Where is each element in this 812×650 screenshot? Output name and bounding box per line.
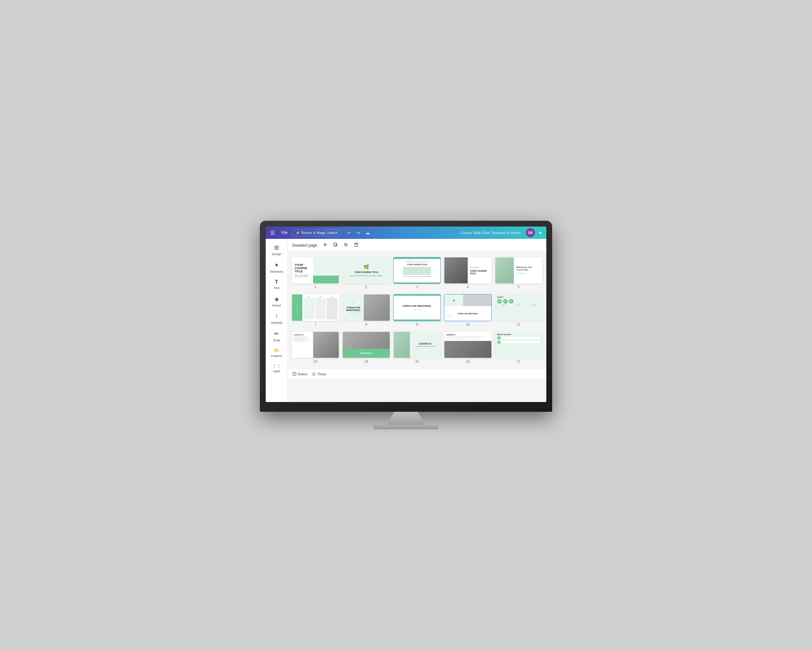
- slide-item-5[interactable]: Welcome to Your Course Title Signature 5: [495, 257, 542, 289]
- timer-button[interactable]: Timer: [312, 372, 327, 376]
- slide-thumb-9: 📱 " STRIVE FOR GREATNESS. Laken Jones: [444, 294, 491, 321]
- slide-inner-4: Welcome, YOUR COURSE TITLE: [444, 257, 491, 283]
- svg-rect-9: [293, 372, 296, 376]
- redo-button[interactable]: ↪: [355, 229, 362, 236]
- slide-thumb-4: Welcome, YOUR COURSE TITLE: [444, 257, 491, 284]
- s13-line-2: [294, 338, 306, 339]
- slide-number-13: 15: [415, 360, 419, 363]
- user-avatar[interactable]: DB: [526, 228, 535, 237]
- slide-item-12[interactable]: Lesson #1 14: [342, 332, 390, 363]
- slide-item-2[interactable]: 🌿 YOUR COURSE TITLE HERE IS YOUR SUBTITL…: [342, 257, 390, 289]
- undo-button[interactable]: ↩: [346, 229, 353, 236]
- slide-inner-7: " STRIVE FOR GREATNESS. Laken Jones: [343, 294, 389, 320]
- slide-item-8[interactable]: STRIVE FOR GREATNESS. Laken Jones 9: [393, 294, 441, 326]
- slide-item-11[interactable]: Lesson #1: [292, 332, 339, 363]
- slide-item-10[interactable]: Content 01 02 03 Lesson 1 L: [495, 294, 542, 326]
- resize-magic-switch-button[interactable]: ⚡ Resize & Magic Switch: [293, 229, 340, 236]
- slide-thumb-2: 🌿 YOUR COURSE TITLE HERE IS YOUR SUBTITL…: [342, 257, 390, 284]
- s6-sidebar-text: weekly outline: [296, 301, 298, 314]
- slide-thumb-10: Content 01 02 03 Lesson 1 L: [495, 294, 542, 321]
- sidebar-item-elements[interactable]: ✦ Elements: [268, 259, 286, 275]
- slide-thumb-3: Subtitle here • Your Course Title YOUR C…: [393, 257, 441, 284]
- slide-item-6[interactable]: weekly outline title title title: [292, 294, 339, 326]
- s14-bottom: Lesson #1: [343, 349, 389, 358]
- text-icon: T: [275, 279, 278, 285]
- svg-rect-1: [323, 245, 327, 245]
- sidebar: ⊞ Design ✦ Elements T Text ◈ Brand: [266, 239, 288, 402]
- hide-button[interactable]: [342, 242, 350, 249]
- s13-line-4: [294, 341, 304, 341]
- sidebar-item-projects[interactable]: 📁 Projects: [268, 345, 286, 359]
- sidebar-item-brand[interactable]: ◈ Brand: [268, 293, 286, 309]
- s10-top: 📱: [444, 294, 491, 306]
- slide-thumb-11: Lesson #1: [292, 332, 339, 358]
- slide-inner-8: STRIVE FOR GREATNESS. Laken Jones: [394, 294, 440, 320]
- sidebar-item-apps[interactable]: ⋮⋮ Apps: [268, 361, 286, 375]
- s8-sig: Laken Jones: [350, 313, 357, 314]
- sidebar-label-uploads: Uploads: [271, 321, 282, 324]
- sidebar-item-design[interactable]: ⊞ Design: [268, 242, 286, 258]
- slide-item-15[interactable]: Module overviews 01 02: [495, 332, 542, 363]
- s17-row-2: 02: [497, 341, 540, 344]
- s11-label-2: Lesson 2: [512, 304, 525, 306]
- sidebar-label-brand: Brand: [273, 304, 281, 307]
- slide-item-13[interactable]: Lesson #1 Learn this topic about your pr…: [393, 332, 441, 363]
- s15-img: [394, 332, 410, 358]
- s11-label-1: Lesson 1: [497, 304, 511, 306]
- delete-button[interactable]: [353, 242, 360, 249]
- slide-item-3[interactable]: Subtitle here • Your Course Title YOUR C…: [393, 257, 441, 289]
- slide-inner-2: 🌿 YOUR COURSE TITLE HERE IS YOUR SUBTITL…: [343, 257, 389, 283]
- sidebar-item-uploads[interactable]: ↑ Uploads: [268, 310, 286, 326]
- slide-thumb-15: Module overviews 01 02: [495, 332, 542, 358]
- slide-number-11: 13: [314, 360, 317, 363]
- slide-number-4: 4: [467, 285, 469, 289]
- slide-inner-6: weekly outline title title title: [292, 294, 339, 320]
- s14-img: [343, 332, 389, 349]
- slide-item-14[interactable]: Lesson #1: [444, 332, 491, 363]
- s5-left: [495, 257, 514, 283]
- slide-item-1[interactable]: YOUR COURSE TITLE NEW SUBTITLE ABOUT THI…: [292, 257, 339, 289]
- sidebar-label-apps: Apps: [273, 369, 280, 373]
- slide-item-4[interactable]: Welcome, YOUR COURSE TITLE 4: [444, 257, 491, 289]
- screen: ☰ File ⚡ Resize & Magic Switch ↩ ↪ ☁ Cou…: [266, 226, 546, 402]
- sidebar-label-draw: Draw: [273, 338, 280, 342]
- notes-button[interactable]: Notes: [292, 372, 307, 376]
- file-menu[interactable]: File: [279, 229, 290, 236]
- sidebar-label-elements: Elements: [270, 270, 283, 273]
- brand-icon: ◈: [275, 295, 279, 303]
- sidebar-label-design: Design: [272, 252, 282, 256]
- slide-thumb-6: weekly outline title title title: [292, 294, 339, 321]
- s3-sub: HERE IS YOUR SUBTITLE ABOUT YOUR COURSE …: [403, 276, 431, 277]
- slide-number-12: 14: [365, 360, 368, 363]
- slide-inner-1: YOUR COURSE TITLE NEW SUBTITLE ABOUT THI…: [292, 257, 339, 283]
- cloud-button[interactable]: ☁: [364, 229, 372, 236]
- s9-sig: Laken Jones: [414, 309, 421, 310]
- s3-title: YOUR COURSE TITLE: [407, 263, 427, 266]
- slide-thumb-5: Welcome to Your Course Title Signature: [495, 257, 542, 284]
- slide-item-9[interactable]: 📱 " STRIVE FOR GREATNESS. Laken Jones: [444, 294, 491, 326]
- slides-grid: YOUR COURSE TITLE NEW SUBTITLE ABOUT THI…: [288, 252, 546, 369]
- slide-number-14: 16: [466, 360, 470, 363]
- s17-row-1: 01: [497, 336, 540, 340]
- svg-rect-3: [334, 243, 336, 246]
- deselect-label[interactable]: Deselect page: [292, 243, 317, 248]
- s2-leaf: 🌿: [363, 264, 369, 269]
- s10-bottom: " STRIVE FOR GREATNESS. Laken Jones: [444, 306, 491, 320]
- sidebar-item-text[interactable]: T Text: [268, 277, 286, 292]
- s17-header: Module overviews: [497, 333, 540, 335]
- s13-line-3: [294, 339, 308, 340]
- slide-inner-14: Lesson #1: [444, 332, 491, 358]
- menu-icon[interactable]: ☰: [269, 228, 276, 237]
- s17-bar-2: [502, 341, 540, 343]
- duplicate-button[interactable]: [332, 242, 339, 249]
- s6-img3: [327, 298, 338, 319]
- slide-item-7[interactable]: " STRIVE FOR GREATNESS. Laken Jones: [342, 294, 390, 326]
- add-page-button[interactable]: [321, 242, 329, 249]
- slide-thumb-14: Lesson #1: [444, 332, 491, 358]
- topbar-actions: ↩ ↪ ☁: [346, 229, 372, 236]
- share-button[interactable]: +: [537, 230, 543, 236]
- s10-sig: Laken Jones: [446, 315, 490, 317]
- sidebar-item-draw[interactable]: ✏ Draw: [268, 327, 286, 344]
- s8-text: STRIVE FOR GREATNESS.: [345, 306, 362, 312]
- s9-text: STRIVE FOR GREATNESS.: [403, 305, 432, 307]
